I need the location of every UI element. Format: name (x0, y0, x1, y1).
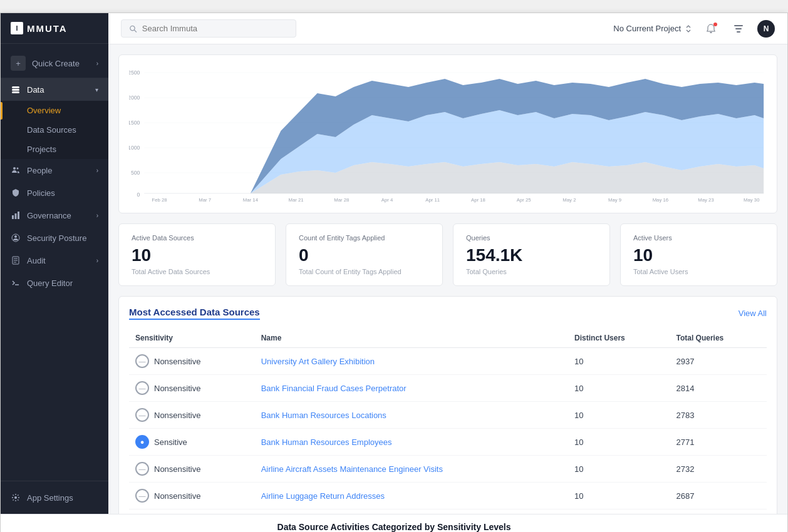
user-avatar[interactable]: N (757, 20, 775, 38)
logo-text: MMUTA (27, 23, 68, 34)
col-header-total-queries: Total Queries (670, 329, 767, 348)
name-cell-6: University Gymnastics Team Gymnast (255, 509, 568, 514)
stat-label-3: Active Users (633, 234, 764, 242)
sidebar-item-audit[interactable]: Audit › (1, 249, 108, 272)
datasource-link-2[interactable]: Bank Human Resources Locations (261, 411, 386, 420)
distinct-users-cell-2: 10 (568, 402, 670, 429)
security-posture-label: Security Posture (27, 233, 86, 243)
svg-rect-19 (734, 25, 743, 26)
table-row: — Nonsensitive Bank Human Resources Loca… (129, 402, 767, 429)
total-queries-cell-6: 2525 (670, 509, 767, 514)
table-head: Sensitivity Name Distinct Users Total Qu… (129, 329, 767, 348)
view-all-link[interactable]: View All (739, 309, 767, 318)
header-right: No Current Project (613, 20, 775, 38)
gear-icon (11, 493, 21, 503)
col-header-name: Name (255, 329, 568, 348)
sidebar-item-data[interactable]: Data ▾ (1, 78, 108, 101)
col-header-sensitivity: Sensitivity (129, 329, 255, 348)
datasource-link-0[interactable]: University Art Gallery Exhibition (261, 357, 375, 366)
chevron-right-icon: › (96, 257, 98, 264)
table-body: — Nonsensitive University Art Gallery Ex… (129, 348, 767, 514)
policies-label: Policies (27, 188, 55, 198)
sidebar-item-quick-create[interactable]: + Quick Create › (1, 49, 108, 78)
overview-label: Overview (27, 106, 61, 115)
name-cell-5: Airline Luggage Return Addresses (255, 483, 568, 509)
header: No Current Project (108, 13, 787, 44)
sidebar: I MMUTA + Quick Create › (1, 13, 108, 514)
sidebar-item-data-sources[interactable]: Data Sources (1, 120, 108, 140)
app-settings-item[interactable]: App Settings (11, 489, 98, 506)
svg-rect-5 (12, 215, 14, 219)
footer-caption: Data Source Activities Categorized by Se… (277, 522, 511, 532)
stat-card-active-users: Active Users 10 Total Active Users (620, 223, 777, 286)
sidebar-item-security-posture[interactable]: Security Posture (1, 227, 108, 249)
datasource-link-3[interactable]: Bank Human Resources Employees (261, 437, 392, 447)
table-card: Most Accessed Data Sources View All Sens… (118, 296, 777, 514)
page-footer: Data Source Activities Categorized by Se… (1, 514, 787, 532)
chevron-right-icon: › (96, 167, 98, 174)
svg-point-15 (14, 496, 17, 499)
project-selector[interactable]: No Current Project (613, 24, 692, 33)
sidebar-item-policies[interactable]: Policies (1, 182, 108, 204)
stats-row: Active Data Sources 10 Total Active Data… (118, 223, 777, 286)
sensitivity-icon-4: — (135, 462, 149, 476)
notifications-button[interactable] (702, 20, 720, 38)
col-header-distinct-users: Distinct Users (568, 329, 670, 348)
total-queries-cell-2: 2783 (670, 402, 767, 429)
search-bar[interactable] (121, 19, 296, 38)
svg-line-17 (134, 29, 137, 32)
svg-text:Feb 28: Feb 28 (152, 197, 167, 203)
datasource-link-1[interactable]: Bank Financial Fraud Cases Perpetrator (261, 384, 407, 393)
filter-icon (733, 23, 744, 34)
stat-card-entity-tags: Count of Entity Tags Applied 0 Total Cou… (286, 223, 443, 286)
svg-text:Apr 11: Apr 11 (425, 197, 440, 203)
area-chart: 2500 2000 1500 1000 500 0 (129, 65, 767, 203)
sensitivity-label-4: Nonsensitive (154, 464, 200, 474)
svg-text:1500: 1500 (129, 120, 140, 126)
search-input[interactable] (142, 24, 288, 33)
name-cell-2: Bank Human Resources Locations (255, 402, 568, 429)
datasource-link-5[interactable]: Airline Luggage Return Addresses (261, 491, 385, 501)
logo-icon: I (11, 22, 23, 34)
svg-text:Apr 25: Apr 25 (517, 197, 531, 203)
svg-point-4 (17, 168, 19, 170)
query-icon (11, 278, 21, 288)
svg-rect-1 (12, 89, 19, 91)
svg-text:2500: 2500 (129, 69, 140, 76)
svg-point-3 (13, 167, 16, 170)
stat-value-2: 154.1K (466, 245, 597, 265)
data-submenu: Overview Data Sources Projects (1, 101, 108, 159)
sensitivity-icon-2: — (135, 408, 149, 422)
svg-point-8 (14, 235, 17, 238)
sidebar-item-governance[interactable]: Governance › (1, 204, 108, 227)
people-icon (11, 165, 21, 175)
data-table: Sensitivity Name Distinct Users Total Qu… (129, 329, 767, 514)
sensitivity-icon-3: ● (135, 435, 149, 449)
people-label: People (27, 166, 52, 175)
sort-icon (685, 25, 692, 33)
sensitivity-label-5: Nonsensitive (154, 491, 200, 501)
sidebar-item-query-editor[interactable]: Query Editor (1, 272, 108, 294)
notification-dot (713, 23, 717, 26)
governance-icon (11, 210, 21, 220)
stat-value-3: 10 (633, 245, 764, 265)
plus-icon: + (11, 56, 26, 71)
filter-button[interactable] (730, 20, 747, 38)
datasource-link-4[interactable]: Airline Aircraft Assets Maintenance Engi… (261, 464, 443, 474)
distinct-users-cell-6: 10 (568, 509, 670, 514)
projects-label: Projects (27, 145, 56, 154)
query-editor-label: Query Editor (27, 279, 73, 288)
stat-label-1: Count of Entity Tags Applied (299, 234, 430, 242)
table-header-row: Sensitivity Name Distinct Users Total Qu… (129, 329, 767, 348)
sensitivity-cell-0: — Nonsensitive (129, 348, 255, 375)
sensitivity-cell-6: — Nonsensitive (129, 509, 255, 514)
sidebar-item-projects[interactable]: Projects (1, 140, 108, 159)
svg-text:May 2: May 2 (562, 197, 576, 203)
svg-rect-6 (15, 213, 17, 219)
svg-text:0: 0 (137, 192, 140, 198)
stat-value-1: 0 (299, 245, 430, 265)
svg-text:Mar 7: Mar 7 (199, 197, 211, 203)
sidebar-item-people[interactable]: People › (1, 159, 108, 182)
sensitivity-label-1: Nonsensitive (154, 384, 200, 393)
sidebar-item-overview[interactable]: Overview (1, 101, 108, 120)
